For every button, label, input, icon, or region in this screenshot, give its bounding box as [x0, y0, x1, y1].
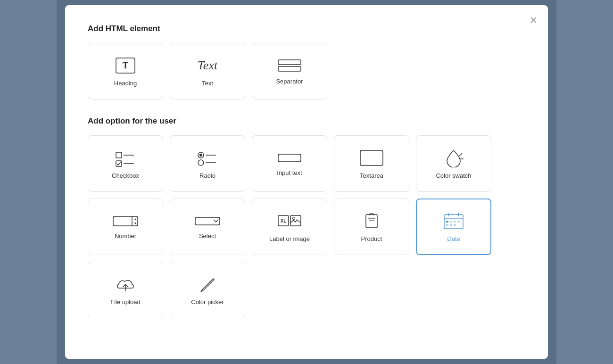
svg-rect-39 — [450, 224, 452, 226]
svg-rect-36 — [454, 221, 456, 223]
textarea-icon — [358, 149, 385, 167]
card-date[interactable]: Date — [416, 199, 491, 255]
card-checkbox[interactable]: Checkbox — [88, 135, 163, 192]
card-separator[interactable]: Separator — [252, 43, 327, 99]
card-color-swatch[interactable]: Color swatch — [416, 135, 491, 192]
heading-label: Heading — [114, 80, 137, 87]
svg-rect-14 — [278, 154, 301, 162]
card-text[interactable]: Text Text — [170, 43, 245, 99]
color-swatch-label: Color swatch — [436, 172, 471, 179]
date-label: Date — [447, 235, 460, 242]
card-number[interactable]: ▲ ▼ Number — [88, 199, 163, 255]
file-upload-icon — [114, 275, 137, 294]
svg-rect-25 — [290, 215, 301, 226]
svg-text:XL: XL — [281, 218, 287, 223]
radio-label: Radio — [199, 172, 215, 179]
file-upload-label: File upload — [110, 298, 141, 306]
text-label: Text — [202, 80, 213, 87]
product-label: Product — [361, 235, 382, 242]
svg-rect-15 — [360, 150, 383, 165]
card-input-text[interactable]: Input text — [252, 135, 327, 192]
option-elements-grid: Checkbox Radio — [88, 135, 525, 318]
svg-rect-3 — [278, 60, 301, 65]
card-color-picker[interactable]: Color picker — [170, 262, 245, 318]
svg-text:Text: Text — [198, 58, 218, 72]
select-icon — [193, 215, 222, 228]
card-select[interactable]: Select — [170, 199, 245, 255]
svg-rect-5 — [116, 152, 122, 158]
separator-label: Separator — [276, 78, 303, 85]
checkbox-icon — [114, 149, 137, 167]
date-icon — [442, 212, 465, 231]
modal: ✕ Add HTML element T Heading Text — [65, 5, 548, 359]
card-product[interactable]: Product — [334, 199, 409, 255]
input-text-icon — [276, 151, 303, 165]
checkbox-label: Checkbox — [112, 172, 139, 179]
card-radio[interactable]: Radio — [170, 135, 245, 192]
html-section-title: Add HTML element — [88, 24, 525, 33]
svg-rect-34 — [446, 221, 448, 223]
number-label: Number — [115, 232, 136, 240]
svg-rect-7 — [116, 161, 122, 166]
color-picker-label: Color picker — [191, 298, 224, 306]
svg-rect-35 — [450, 221, 452, 223]
svg-rect-22 — [195, 217, 220, 225]
html-elements-grid: T Heading Text Text — [88, 43, 525, 99]
svg-rect-38 — [446, 224, 448, 226]
textarea-label: Textarea — [360, 172, 383, 179]
card-label-or-image[interactable]: XL Label or image — [252, 199, 327, 255]
select-label: Select — [199, 232, 216, 240]
svg-rect-4 — [278, 66, 301, 71]
svg-rect-40 — [454, 224, 456, 226]
card-heading[interactable]: T Heading — [88, 43, 163, 99]
color-swatch-icon — [442, 149, 465, 167]
svg-rect-27 — [366, 215, 377, 228]
svg-point-10 — [199, 154, 202, 157]
radio-icon — [196, 149, 219, 167]
modal-wrapper: ✕ Add HTML element T Heading Text — [57, 0, 556, 364]
svg-line-16 — [459, 153, 462, 156]
heading-icon: T — [114, 56, 137, 75]
number-icon: ▲ ▼ — [111, 215, 140, 228]
close-icon: ✕ — [530, 15, 538, 25]
svg-text:▲: ▲ — [134, 217, 137, 221]
card-textarea[interactable]: Textarea — [334, 135, 409, 192]
color-picker-icon — [196, 275, 219, 294]
text-icon: Text — [196, 56, 219, 75]
label-or-image-label: Label or image — [269, 235, 310, 242]
separator-icon — [276, 58, 303, 73]
svg-text:T: T — [123, 61, 128, 70]
svg-point-26 — [293, 217, 295, 219]
label-or-image-icon: XL — [276, 212, 303, 231]
svg-text:▼: ▼ — [134, 222, 137, 225]
input-text-label: Input text — [277, 169, 302, 176]
option-section-title: Add option for the user — [88, 116, 525, 126]
close-button[interactable]: ✕ — [528, 14, 539, 27]
product-icon — [360, 212, 383, 231]
svg-rect-37 — [457, 221, 460, 223]
svg-point-12 — [198, 160, 204, 165]
svg-line-42 — [209, 281, 210, 282]
card-file-upload[interactable]: File upload — [88, 262, 163, 318]
